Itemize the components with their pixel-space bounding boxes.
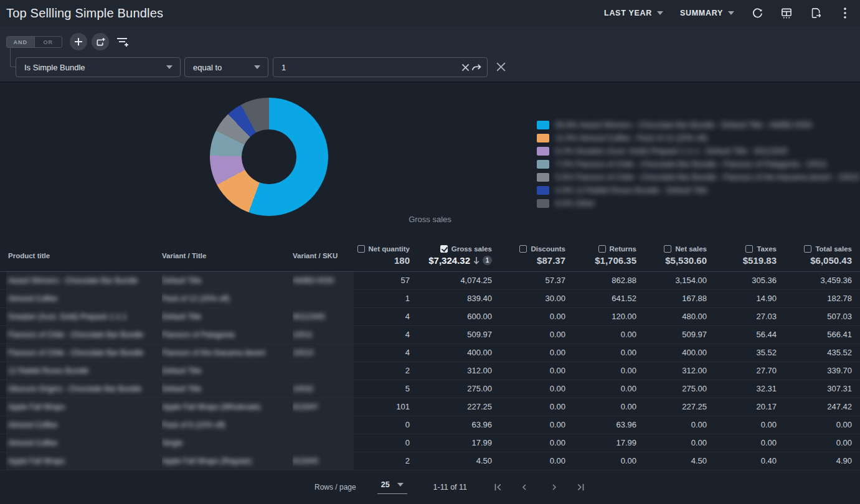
toolbar: LAST YEAR SUMMARY (604, 7, 854, 19)
checkbox-icon[interactable] (357, 245, 365, 253)
filter-value-input[interactable] (273, 63, 460, 72)
table-row[interactable]: Award Winners - Chocolate Bar BundleDefa… (0, 272, 860, 290)
table-row[interactable]: Flavours of Chile - Chocolate Bar Bundle… (0, 326, 860, 344)
cell-discounts: 0.00 (503, 344, 565, 362)
date-range-label: LAST YEAR (604, 9, 652, 17)
cell-returns: 17.99 (565, 434, 636, 452)
cell-product-title: Flavours of Chile - Chocolate Bar Bundle (0, 326, 162, 343)
first-page-icon[interactable] (492, 481, 504, 493)
add-filter-group-button[interactable] (92, 33, 109, 50)
cell-product-title: Sneaker (Aust. Gold) Prepack 1-1-1 (0, 308, 162, 325)
table-row[interactable]: Almond CoffeePack of 6 (10% off)063.960.… (0, 416, 860, 434)
cell-returns: 0.00 (565, 398, 636, 416)
chevron-down-icon (166, 65, 172, 69)
checkbox-icon[interactable] (440, 245, 448, 253)
cell-taxes: 20.17 (707, 398, 777, 416)
or-toggle-button[interactable]: OR (34, 37, 62, 47)
cell-taxes: 27.03 (707, 308, 777, 325)
legend-item[interactable]: 8.2% Sneaker (Aust. Gold) Prepack 1-1-1 … (537, 147, 859, 156)
filter-field-select[interactable]: Is Simple Bundle (16, 57, 181, 77)
column-header-net-quantity[interactable]: Net quantity 180 (354, 240, 410, 271)
next-page-icon[interactable] (548, 481, 560, 493)
view-mode-dropdown[interactable]: SUMMARY (680, 9, 734, 17)
total-total-sales: $6,050.43 (810, 255, 852, 266)
date-range-dropdown[interactable]: LAST YEAR (604, 9, 663, 17)
column-header-variant-title[interactable]: Variant / Title (162, 240, 293, 271)
cell-returns: 0.00 (565, 362, 636, 380)
checkbox-icon[interactable] (745, 245, 753, 253)
table-row[interactable]: 12 Rabbit Roses BundleDefault Title2312.… (0, 362, 860, 380)
table-row[interactable]: Obscure Origins - Chocolate Bar BundleDe… (0, 380, 860, 398)
column-header-net-sales[interactable]: Net sales $5,530.60 (636, 240, 707, 271)
previous-page-icon[interactable] (518, 481, 531, 493)
legend-item[interactable]: 55.6% Award Winners - Chocolate Bar Bund… (537, 121, 859, 129)
cell-total-sales: 182.78 (777, 290, 860, 307)
add-filter-button[interactable] (70, 33, 87, 50)
legend-item[interactable]: 5.5% Flavours of Chile - Chocolate Bar B… (537, 173, 859, 182)
cell-taxes: 305.36 (707, 272, 777, 289)
cell-total-sales: 307.31 (777, 380, 860, 398)
cell-discounts: 0.00 (503, 308, 565, 325)
checkbox-icon[interactable] (598, 245, 606, 253)
kebab-menu-icon[interactable] (839, 7, 851, 19)
rows-per-page-select[interactable]: 25 (377, 480, 407, 494)
legend-item[interactable]: 7.0% Flavours of Chile - Chocolate Bar B… (537, 160, 859, 169)
total-net-sales: $5,530.60 (665, 255, 707, 266)
cell-net-quantity: 4 (354, 326, 410, 343)
last-page-icon[interactable] (574, 481, 587, 493)
column-header-product-title[interactable]: Product title (0, 240, 162, 271)
column-header-total-sales[interactable]: Total sales $6,050.43 (777, 240, 860, 271)
table-row[interactable]: Apple Fall WrapsApple Fall Wraps (Regula… (0, 452, 860, 470)
column-header-gross-sales[interactable]: Gross sales $7,324.32 1 (410, 240, 503, 271)
cell-taxes: 14.90 (707, 290, 777, 307)
cell-product-title: 12 Rabbit Roses Bundle (0, 362, 162, 380)
legend-item[interactable]: 11.5% Almond Coffee - Pack of 12 (20% of… (537, 134, 859, 142)
cell-variant-title: Default Title (162, 380, 293, 398)
column-header-returns[interactable]: Returns $1,706.35 (565, 240, 636, 271)
checkbox-icon[interactable] (664, 245, 671, 253)
checkbox-icon[interactable] (804, 245, 811, 253)
page-title: Top Sellling Simple Bundles (6, 6, 163, 21)
cell-variant-sku: 10032 (293, 380, 354, 398)
filter-field-value: Is Simple Bundle (16, 63, 166, 72)
cell-returns: 0.00 (565, 452, 636, 470)
table-row[interactable]: Sneaker (Aust. Gold) Prepack 1-1-1Defaul… (0, 308, 860, 326)
remove-filter-icon[interactable] (496, 62, 507, 73)
table-row[interactable]: Flavours of Chile - Chocolate Bar Bundle… (0, 344, 860, 362)
table-row[interactable]: Almond CoffeeSingle017.990.0017.990.000.… (0, 434, 860, 452)
export-icon[interactable] (810, 7, 822, 19)
table-row[interactable]: Apple Fall WrapsApple Fall Wraps (Wholes… (0, 398, 860, 416)
cell-returns: 641.52 (565, 290, 636, 307)
redo-icon[interactable] (471, 62, 482, 73)
table-view-icon[interactable] (780, 7, 793, 19)
column-header-variant-sku[interactable]: Variant / SKU (293, 240, 354, 271)
sort-priority-badge: 1 (483, 256, 492, 265)
cell-gross-sales: 17.99 (410, 434, 503, 452)
donut-chart[interactable] (210, 98, 328, 216)
cell-variant-title: Default Title (162, 272, 293, 289)
refresh-icon[interactable] (751, 7, 763, 19)
chart-legend: 55.6% Award Winners - Chocolate Bar Bund… (537, 121, 859, 208)
cell-net-quantity: 4 (354, 344, 410, 362)
and-toggle-button[interactable]: AND (7, 37, 34, 47)
column-header-taxes[interactable]: Taxes $519.83 (707, 240, 777, 271)
cell-gross-sales: 312.00 (410, 362, 503, 380)
filter-operator-select[interactable]: equal to (184, 57, 268, 77)
filter-connector-line (10, 48, 16, 67)
legend-swatch (537, 199, 549, 208)
filter-add-icon[interactable] (116, 36, 130, 49)
cell-net-quantity: 2 (354, 452, 410, 470)
checkbox-icon[interactable] (519, 245, 527, 253)
column-header-discounts[interactable]: Discounts $87.37 (503, 240, 565, 271)
legend-item[interactable]: 8.0% Other (537, 199, 859, 208)
total-returns: $1,706.35 (595, 255, 636, 266)
cell-taxes: 27.70 (707, 362, 777, 380)
cell-net-quantity: 57 (354, 272, 410, 289)
cell-discounts: 0.00 (503, 434, 565, 452)
table-row[interactable]: Almond CoffeePack of 12 (20% off)1839.40… (0, 290, 860, 308)
legend-item[interactable]: 4.3% 12 Rabbit Roses Bundle - Default Ti… (537, 186, 859, 195)
cell-gross-sales: 509.97 (410, 326, 503, 343)
cell-variant-title: Default Title (162, 308, 293, 325)
total-taxes: $519.83 (743, 255, 777, 266)
clear-value-icon[interactable] (460, 62, 471, 73)
